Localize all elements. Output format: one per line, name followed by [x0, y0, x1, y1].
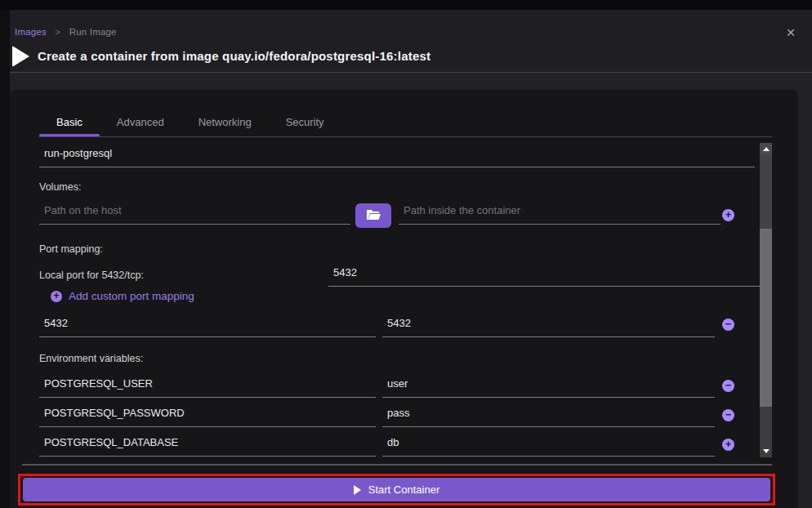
volume-container-path-input[interactable] [399, 203, 721, 225]
add-custom-port-mapping-link[interactable]: + Add custom port mapping [51, 290, 194, 302]
minus-icon: − [725, 379, 732, 391]
env-value-input[interactable] [382, 434, 715, 457]
env-name-input[interactable] [39, 434, 376, 457]
breadcrumb-separator: > [55, 27, 60, 37]
custom-port-host-input[interactable] [39, 315, 376, 337]
arrow-up-icon [763, 147, 770, 151]
run-image-play-icon [12, 46, 29, 67]
scrollbar-up-button[interactable] [760, 143, 772, 155]
tab-bar: Basic Advanced Networking Security [39, 113, 341, 136]
arrow-down-icon [763, 449, 770, 453]
local-port-input[interactable] [328, 265, 763, 287]
env-name-input[interactable] [39, 405, 376, 427]
page-header: Images > Run Image Create a container fr… [10, 10, 812, 73]
plus-icon: + [725, 438, 732, 450]
start-container-button[interactable]: Start Container [23, 478, 770, 501]
env-value-input[interactable] [382, 405, 715, 427]
start-container-label: Start Container [368, 483, 439, 496]
folder-icon [366, 209, 381, 223]
scrollbar-thumb[interactable] [760, 229, 772, 407]
env-name-input[interactable] [39, 376, 376, 398]
plus-icon: + [725, 208, 732, 221]
close-icon[interactable]: × [781, 23, 801, 42]
plus-circle-icon: + [51, 291, 62, 302]
tab-networking[interactable]: Networking [181, 113, 269, 136]
breadcrumb-images-link[interactable]: Images [15, 27, 47, 37]
annotation-highlight-box: Start Container [18, 474, 775, 506]
bottom-separator [22, 464, 772, 466]
minus-icon: − [725, 318, 732, 330]
add-custom-port-label: Add custom port mapping [69, 290, 194, 302]
volumes-label: Volumes: [39, 181, 81, 193]
remove-custom-port-button[interactable]: − [722, 319, 734, 331]
custom-port-container-input[interactable] [382, 315, 715, 337]
run-image-form-panel: Basic Advanced Networking Security Volum… [10, 90, 798, 508]
container-name-input[interactable] [39, 145, 755, 167]
breadcrumb: Images > Run Image [15, 27, 117, 37]
scrollbar-down-button[interactable] [760, 445, 772, 457]
tab-separator [38, 136, 772, 137]
add-env-button[interactable]: + [722, 439, 734, 451]
window-titlebar [0, 0, 812, 10]
browse-folder-button[interactable] [355, 203, 391, 228]
volume-host-path-input[interactable] [39, 203, 350, 225]
left-rail [0, 10, 10, 508]
minus-icon: − [725, 408, 732, 421]
remove-env-button[interactable]: − [722, 409, 734, 421]
env-value-input[interactable] [382, 376, 715, 398]
scrollbar-track-lower[interactable] [760, 407, 772, 445]
tab-basic[interactable]: Basic [39, 113, 100, 136]
local-port-label: Local port for 5432/tcp: [39, 270, 144, 281]
form-scrollbar[interactable] [760, 143, 772, 457]
environment-variables-label: Environment variables: [39, 353, 143, 364]
port-mapping-label: Port mapping: [39, 243, 103, 255]
tab-security[interactable]: Security [269, 113, 341, 136]
play-icon [354, 485, 361, 495]
tab-advanced[interactable]: Advanced [100, 113, 181, 136]
breadcrumb-current: Run Image [69, 27, 117, 37]
remove-env-button[interactable]: − [722, 380, 734, 392]
add-volume-button[interactable]: + [722, 209, 734, 221]
page-title: Create a container from image quay.io/fe… [38, 49, 431, 63]
